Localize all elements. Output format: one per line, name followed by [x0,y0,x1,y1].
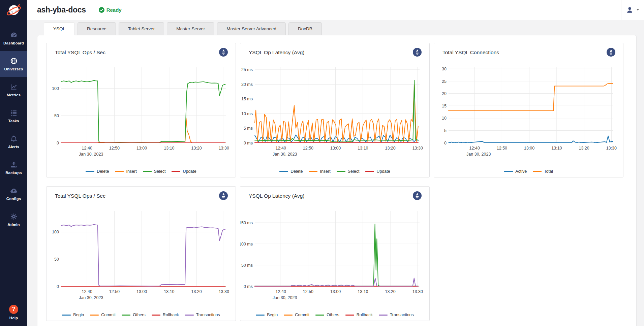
svg-text:20: 20 [442,91,447,96]
tab-master-server-advanced[interactable]: Master Server Advanced [217,22,286,35]
legend-item-commit[interactable]: Commit [284,313,309,317]
sidebar-item-universes[interactable]: Universes [0,51,27,77]
tab-master-server[interactable]: Master Server [167,22,214,35]
svg-text:0: 0 [57,141,59,145]
legend-label: Insert [320,169,330,174]
legend-item-total[interactable]: Total [533,169,553,174]
legend-item-rollback[interactable]: Rollback [152,313,179,317]
legend-item-rollback[interactable]: Rollback [345,313,373,317]
sidebar-item-admin[interactable]: Admin [0,206,27,232]
sidebar-item-tasks[interactable]: Tasks [0,103,27,129]
legend-item-commit[interactable]: Commit [90,313,116,317]
svg-text:13:20: 13:20 [579,146,589,151]
legend-item-update[interactable]: Update [172,169,196,174]
legend-label: Rollback [357,313,373,317]
sidebar-item-label: Metrics [7,93,21,97]
svg-text:100: 100 [52,230,59,234]
sidebar-item-label: Alerts [8,145,19,149]
legend-item-insert[interactable]: Insert [309,169,330,174]
tab-docdb[interactable]: DocDB [288,22,322,35]
sidebar-nav: Dashboard Universes Metrics Tasks Alerts… [0,25,27,232]
sidebar-item-dashboard[interactable]: Dashboard [0,25,27,51]
tab-tablet-server[interactable]: Tablet Server [119,22,164,35]
status-label: Ready [106,7,122,13]
legend-label: Others [133,313,146,317]
svg-text:13:20: 13:20 [191,289,202,294]
legend-item-update[interactable]: Update [365,169,390,174]
legend-line-swatch [504,171,513,172]
sidebar-item-metrics[interactable]: Metrics [0,77,27,103]
status-badge: Ready [99,7,122,13]
svg-text:10 ms: 10 ms [241,111,253,116]
sidebar-item-alerts[interactable]: Alerts [0,129,27,155]
legend-item-begin[interactable]: Begin [62,313,84,317]
legend-label: Commit [101,313,116,317]
legend-item-delete[interactable]: Delete [279,169,303,174]
help-icon: ? [9,305,18,314]
sidebar-item-backups[interactable]: Backups [0,155,27,181]
legend-item-begin[interactable]: Begin [256,313,278,317]
svg-text:25: 25 [442,79,447,84]
svg-text:12:40: 12:40 [82,146,92,151]
legend-item-active[interactable]: Active [504,169,527,174]
legend-line-swatch [533,171,542,172]
sidebar: Dashboard Universes Metrics Tasks Alerts… [0,0,27,326]
legend-line-swatch [315,315,324,316]
svg-text:12:50: 12:50 [497,146,507,151]
chart-card: YSQL Op Latency (Avg) 25 ms20 ms15 ms10 … [240,43,430,177]
chart-card: YSQL Op Latency (Avg) 150 ms100 ms50 ms0… [240,186,430,321]
svg-text:13:20: 13:20 [385,289,395,294]
legend-item-others[interactable]: Others [315,313,339,317]
svg-text:Jan 30, 2023: Jan 30, 2023 [79,295,103,300]
legend-label: Total [544,169,553,174]
tab-resource[interactable]: Resource [78,22,116,35]
sidebar-item-label: Admin [7,223,20,227]
svg-text:13:30: 13:30 [412,146,423,151]
prometheus-icon[interactable] [413,48,422,57]
chart-legend: BeginCommitOthersRollbackTransactions [47,313,236,317]
svg-text:13:30: 13:30 [219,289,229,294]
legend-line-swatch [90,315,99,316]
legend-item-insert[interactable]: Insert [115,169,136,174]
svg-text:13:10: 13:10 [164,146,174,151]
check-circle-icon [99,7,104,13]
svg-text:13:00: 13:00 [136,146,147,151]
chart-legend: ActiveTotal [434,169,623,174]
prometheus-icon[interactable] [219,48,228,57]
svg-text:20 ms: 20 ms [241,82,253,87]
chart-plot: 10050012:4012:5013:0013:1013:2013:30Jan … [47,64,236,162]
legend-line-swatch [309,171,317,172]
chart-plot: 25 ms20 ms15 ms10 ms5 ms0 ms12:4012:5013… [240,64,430,162]
chart-plot: 10050012:4012:5013:0013:1013:2013:30Jan … [47,207,236,305]
universes-icon [10,57,18,65]
legend-item-delete[interactable]: Delete [86,169,109,174]
legend-item-transactions[interactable]: Transactions [185,313,220,317]
sidebar-item-help[interactable]: ? Help [0,302,27,326]
svg-text:Jan 30, 2023: Jan 30, 2023 [79,152,103,157]
svg-text:12:40: 12:40 [82,289,92,294]
legend-item-transactions[interactable]: Transactions [379,313,414,317]
tab-ysql[interactable]: YSQL [44,22,75,35]
legend-line-swatch [379,315,388,316]
legend-item-select[interactable]: Select [143,169,166,174]
prometheus-icon[interactable] [607,48,615,57]
legend-item-others[interactable]: Others [122,313,146,317]
content-panel: Total YSQL Ops / Sec 10050012:4012:5013:… [37,35,637,326]
user-menu[interactable] [621,0,644,20]
app-logo[interactable] [0,0,27,22]
legend-line-swatch [62,315,71,316]
sidebar-item-label: Universes [4,67,23,71]
prometheus-icon[interactable] [219,191,228,200]
legend-item-select[interactable]: Select [337,169,360,174]
legend-label: Begin [73,313,84,317]
svg-text:25 ms: 25 ms [241,67,253,72]
svg-text:12:50: 12:50 [303,146,313,151]
svg-text:13:30: 13:30 [219,146,229,151]
legend-label: Active [515,169,527,174]
legend-label: Commit [295,313,309,317]
svg-text:50: 50 [54,113,59,118]
svg-text:13:10: 13:10 [358,146,368,151]
svg-text:13:30: 13:30 [606,146,617,151]
prometheus-icon[interactable] [413,191,422,200]
sidebar-item-configs[interactable]: Configs [0,181,27,206]
